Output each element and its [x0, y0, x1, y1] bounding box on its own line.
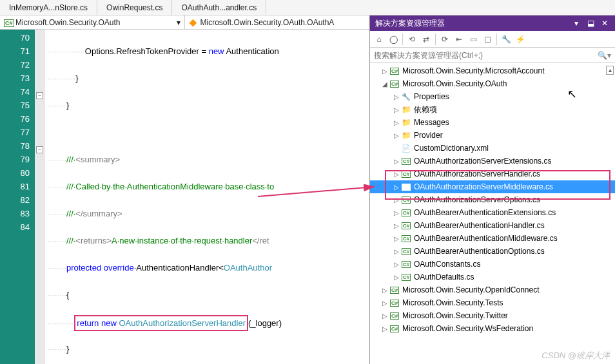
tree-node-label: Microsoft.Owin.Security.Twitter	[402, 311, 508, 320]
tree-node[interactable]: ▷C#Microsoft.Owin.Security.OpenIdConnect	[370, 283, 615, 296]
tree-node-label: Provider	[414, 131, 443, 140]
expand-icon[interactable]: ▷	[382, 300, 388, 306]
tree-node[interactable]: ▷C#OAuthBearerAuthenticationOptions.cs	[370, 245, 615, 258]
scroll-up-icon[interactable]: ▴	[606, 66, 614, 75]
code-text[interactable]: ················Options.RefreshTokenProv…	[45, 30, 369, 364]
watermark: CSDN @彼岸大洋	[542, 350, 610, 361]
file-tab[interactable]: OAuthAuth...andler.cs	[172, 0, 266, 15]
fold-toggle[interactable]: −	[36, 146, 43, 153]
tree-node-label: OAuthBearerAuthenticationOptions.cs	[414, 247, 545, 256]
expand-icon[interactable]: ▷	[393, 132, 400, 139]
expand-icon[interactable]: ▷	[393, 93, 400, 100]
back-icon[interactable]: ◯	[387, 33, 400, 46]
tree-node-label: OAuthBearerAuthenticationHandler.cs	[414, 221, 545, 230]
tree-node[interactable]: ▷C#OAuthBearerAuthenticationMiddleware.c…	[370, 232, 615, 245]
file-icon: C#	[401, 182, 411, 192]
expand-icon[interactable]: ▷	[393, 248, 400, 254]
tree-node-label: CustomDictionary.xml	[414, 144, 489, 153]
panel-title: 解决方案资源管理器	[375, 18, 567, 29]
tree-node[interactable]: ▷C#OAuthBearerAuthenticationHandler.cs	[370, 219, 615, 232]
expand-icon[interactable]: ▷	[393, 196, 400, 203]
tree-node-label: OAuthBearerAuthenticationExtensions.cs	[414, 208, 556, 217]
tree-node[interactable]: CustomDictionary.xml	[370, 142, 615, 155]
csharp-icon	[4, 18, 13, 27]
expand-icon[interactable]: ▷	[393, 274, 400, 280]
tree-node[interactable]: ▷C#OAuthBearerAuthenticationExtensions.c…	[370, 206, 615, 219]
tree-node-label: 依赖项	[414, 104, 437, 115]
file-icon: C#	[401, 246, 411, 256]
file-icon: C#	[389, 66, 400, 76]
tree-node[interactable]: ▷C#OAuthAuthorizationServerHandler.cs	[370, 168, 615, 180]
tree-node[interactable]: ▷C#Microsoft.Owin.Security.Twitter	[370, 309, 615, 322]
expand-icon[interactable]: ▷	[382, 68, 388, 74]
file-icon: C#	[401, 169, 411, 179]
nav-member[interactable]: Microsoft.Owin.Security.OAuth.OAuthA	[185, 15, 370, 29]
search-box[interactable]: 🔍▾	[370, 48, 615, 63]
tree-node[interactable]: ▷C#OAuthAuthorizationServerOptions.cs	[370, 193, 615, 206]
close-icon[interactable]: ✕	[600, 18, 610, 28]
pin-icon[interactable]: ⬓	[585, 18, 596, 28]
pending-icon[interactable]: ⟲	[405, 33, 418, 46]
expand-icon[interactable]: ▷	[393, 235, 400, 242]
tree-node[interactable]: ▷C#OAuthDefaults.cs	[370, 271, 615, 283]
tree-node[interactable]: ◢C#Microsoft.Owin.Security.OAuth	[370, 77, 615, 90]
expand-icon[interactable]	[393, 145, 400, 151]
expand-icon[interactable]: ◢	[382, 81, 388, 87]
tree-node[interactable]: ▷C#OAuthAuthorizationServerExtensions.cs	[370, 155, 615, 168]
file-tab[interactable]: InMemoryA...nStore.cs	[0, 0, 97, 15]
tree-node[interactable]: ▷Messages	[370, 116, 615, 129]
tree-node-label: Microsoft.Owin.Security.OpenIdConnect	[402, 285, 540, 294]
file-icon	[401, 143, 411, 153]
file-icon: C#	[389, 298, 400, 308]
expand-icon[interactable]: ▷	[393, 261, 400, 267]
expand-icon[interactable]: ▷	[393, 184, 400, 190]
file-tab[interactable]: OwinRequest.cs	[97, 0, 172, 15]
file-icon	[401, 91, 411, 102]
tree-node[interactable]: ▷Provider	[370, 129, 615, 142]
expand-icon[interactable]: ▷	[393, 119, 400, 126]
solution-explorer: 解决方案资源管理器 ▾ ⬓ ✕ ⌂ ◯ ⟲ ⇄ ⟳ ⇤ ▭ ▢ 🔧 ⚡ 🔍▾ ▴…	[370, 15, 615, 364]
wrench-icon[interactable]: ⚡	[514, 33, 527, 46]
sync-icon[interactable]: ⇄	[420, 33, 433, 46]
tree-node[interactable]: ▷Properties	[370, 90, 615, 103]
tree-node-label: Microsoft.Owin.Security.WsFederation	[402, 324, 533, 333]
search-input[interactable]	[374, 51, 598, 60]
file-icon: C#	[389, 323, 400, 334]
tree-node[interactable]: ▷C#Microsoft.Owin.Security.WsFederation	[370, 322, 615, 335]
expand-icon[interactable]: ▷	[393, 171, 400, 177]
dropdown-icon[interactable]: ▾	[571, 18, 581, 28]
solution-tree[interactable]: ▴ ▷C#Microsoft.Owin.Security.MicrosoftAc…	[370, 63, 615, 364]
home-icon[interactable]: ⌂	[373, 33, 386, 46]
tree-node[interactable]: ▷C#OAuthAuthorizationServerMiddleware.cs	[370, 180, 615, 193]
collapse-icon[interactable]: ⇤	[453, 33, 465, 46]
expand-icon[interactable]: ▷	[382, 312, 388, 319]
file-icon	[401, 117, 411, 128]
tree-node[interactable]: ▷C#Microsoft.Owin.Security.MicrosoftAcco…	[370, 64, 615, 77]
tree-node[interactable]: ▷C#OAuthConstants.cs	[370, 258, 615, 271]
expand-icon[interactable]: ▷	[393, 158, 400, 164]
tree-node-label: OAuthAuthorizationServerMiddleware.cs	[414, 182, 553, 191]
properties-icon[interactable]: 🔧	[500, 33, 512, 46]
expand-icon[interactable]: ▷	[393, 222, 400, 229]
showall-icon[interactable]: ▭	[467, 33, 480, 46]
panel-titlebar[interactable]: 解决方案资源管理器 ▾ ⬓ ✕	[370, 15, 615, 31]
expand-icon[interactable]: ▷	[393, 106, 400, 113]
navigation-bar: Microsoft.Owin.Security.OAuth ▾ Microsof…	[0, 15, 369, 30]
nav-namespace[interactable]: Microsoft.Owin.Security.OAuth ▾	[0, 15, 185, 29]
expand-icon[interactable]: ▷	[382, 325, 388, 332]
tree-node-label: OAuthAuthorizationServerOptions.cs	[414, 195, 540, 204]
tree-node-label: OAuthAuthorizationServerExtensions.cs	[414, 157, 551, 166]
file-icon	[401, 104, 411, 115]
expand-icon[interactable]: ▷	[393, 209, 400, 216]
tree-node-label: Properties	[414, 92, 449, 101]
method-icon	[189, 18, 198, 27]
refresh-icon[interactable]: ⟳	[438, 33, 451, 46]
highlighted-return: return·new·OAuthAuthorizationServerHandl…	[74, 315, 248, 331]
tree-node[interactable]: ▷C#Microsoft.Owin.Security.Tests	[370, 296, 615, 309]
tree-node[interactable]: ▷依赖项	[370, 103, 615, 116]
preview-icon[interactable]: ▢	[481, 33, 494, 46]
search-icon[interactable]: 🔍▾	[598, 51, 611, 60]
tree-node-label: OAuthBearerAuthenticationMiddleware.cs	[414, 234, 558, 243]
fold-toggle[interactable]: −	[36, 92, 43, 99]
expand-icon[interactable]: ▷	[382, 287, 388, 293]
